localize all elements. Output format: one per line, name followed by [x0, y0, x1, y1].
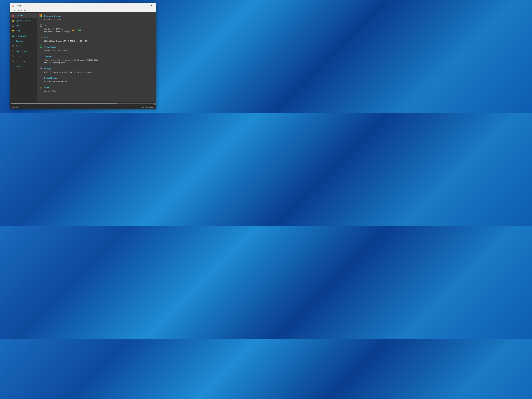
section-mb-content: LENOVO 20RD0016PG (U3E1): [39, 49, 153, 52]
sidebar-label-cpu: CPU: [16, 25, 19, 27]
svg-rect-12: [13, 19, 14, 21]
svg-rect-67: [40, 25, 42, 26]
peripherals-icon: [12, 60, 15, 63]
section-ram-title: RAM: [44, 36, 48, 38]
cpu-text-block: Intel Core i7 @ 1.80GHz Kaby Lake-U/Y 14…: [44, 28, 70, 33]
app-logo: [12, 4, 14, 7]
main-content: Summary Operating System CPU RAM: [10, 12, 156, 102]
section-gfx-content: Wide viewing angle & High density FlexVi…: [39, 59, 153, 64]
svg-rect-39: [12, 36, 14, 36]
summary-icon: [12, 14, 15, 17]
svg-rect-63: [41, 14, 42, 16]
sidebar-item-summary[interactable]: Summary: [10, 13, 37, 18]
svg-rect-84: [42, 37, 42, 38]
close-button[interactable]: ✕: [148, 3, 155, 8]
section-storage-header: Storage: [39, 67, 153, 70]
section-os-header: Operating System: [39, 14, 153, 17]
sidebar-item-peripherals[interactable]: Peripherals: [10, 59, 37, 64]
svg-point-105: [41, 87, 41, 87]
scrollbar-thumb[interactable]: [11, 103, 117, 104]
svg-rect-89: [41, 46, 42, 47]
minimize-button[interactable]: —: [136, 3, 142, 8]
os-icon: [12, 19, 15, 22]
sidebar-item-os[interactable]: Operating System: [10, 18, 37, 23]
svg-rect-36: [12, 35, 13, 36]
svg-rect-44: [14, 41, 14, 41]
sidebar-label-motherboard: Motherboard: [16, 35, 26, 37]
section-audio-title: Audio: [44, 86, 50, 89]
svg-rect-33: [13, 31, 14, 31]
svg-point-51: [13, 51, 13, 51]
check-updates-link[interactable]: Check for updates...: [142, 106, 155, 108]
svg-rect-59: [12, 65, 14, 66]
svg-rect-32: [13, 31, 13, 31]
sidebar-item-graphics[interactable]: Graphics: [10, 38, 37, 44]
sidebar-label-audio: Audio: [16, 55, 20, 57]
section-storage-title: Storage: [44, 67, 51, 70]
svg-rect-83: [41, 37, 41, 38]
sidebar-item-audio[interactable]: Audio: [10, 54, 37, 59]
sidebar-item-network[interactable]: Network: [10, 64, 37, 69]
scrollbar-right-button[interactable]: [153, 102, 156, 105]
sidebar-item-ram[interactable]: RAM: [10, 28, 37, 33]
mb-value: LENOVO 20RD0016PG (U3E1): [44, 50, 68, 51]
svg-rect-64: [39, 16, 41, 17]
cpu-detail-icon: [39, 24, 43, 27]
svg-rect-34: [14, 31, 14, 31]
svg-rect-37: [13, 35, 14, 35]
section-ram: RAM 16.0GB Single-Channel DDR4 @ 665MHz …: [39, 36, 153, 43]
svg-rect-2: [13, 5, 13, 6]
svg-rect-93: [40, 56, 42, 57]
gfx-line1: Wide viewing angle & High density FlexVi…: [44, 59, 153, 61]
scrollbar-track[interactable]: [11, 103, 153, 104]
cpu-status-indicator: [78, 30, 81, 32]
section-gfx-title: Graphics: [44, 55, 52, 57]
menu-view[interactable]: View: [17, 9, 23, 12]
sidebar-item-optical[interactable]: Optical Drives: [10, 49, 37, 54]
optical-value: No optical disk drives detected: [44, 81, 67, 82]
sidebar-item-cpu[interactable]: CPU: [10, 23, 37, 28]
main-window: Speccy — □ ✕ File View Help Summary: [10, 3, 156, 109]
section-cpu-content: Intel Core i7 @ 1.80GHz Kaby Lake-U/Y 14…: [39, 28, 153, 33]
svg-rect-99: [40, 69, 41, 69]
svg-rect-42: [12, 40, 13, 42]
section-cpu-header: CPU: [39, 24, 153, 27]
section-optical-header: Optical Drives: [39, 76, 153, 79]
sidebar-item-storage[interactable]: Storage: [10, 44, 37, 49]
svg-point-46: [13, 46, 14, 46]
sidebar-label-storage: Storage: [16, 45, 22, 47]
mb-detail-icon: [39, 45, 43, 48]
menu-help[interactable]: Help: [23, 9, 29, 12]
version-label: v1.32.803: [12, 106, 18, 108]
svg-point-57: [13, 61, 13, 61]
window-title: Speccy: [15, 5, 136, 6]
svg-rect-31: [13, 31, 13, 31]
menu-bar: File View Help: [10, 8, 156, 12]
svg-rect-13: [12, 21, 13, 22]
sidebar-label-graphics: Graphics: [16, 40, 23, 42]
section-storage: Storage 476GB SAMSUNG MZALQ512HALU-000L1…: [39, 67, 153, 74]
svg-rect-9: [12, 16, 14, 16]
sidebar: Summary Operating System CPU RAM: [10, 12, 37, 102]
sidebar-label-network: Network: [16, 65, 22, 67]
sidebar-label-ram: RAM: [16, 30, 20, 32]
storage-detail-icon: [39, 67, 43, 70]
sidebar-item-motherboard[interactable]: Motherboard: [10, 33, 37, 38]
svg-rect-11: [12, 19, 13, 21]
svg-rect-38: [13, 36, 14, 36]
svg-rect-90: [40, 47, 42, 47]
svg-rect-47: [12, 46, 13, 46]
svg-rect-48: [12, 46, 13, 46]
section-motherboard: Motherboard LENOVO 20RD0016PG (U3E1): [39, 45, 153, 52]
section-optical: Optical Drives No optical disk drives de…: [39, 76, 153, 83]
svg-rect-62: [39, 14, 41, 16]
optical-detail-icon: [39, 76, 43, 79]
sidebar-label-optical: Optical Drives: [16, 50, 27, 52]
maximize-button[interactable]: □: [142, 3, 148, 8]
menu-file[interactable]: File: [11, 9, 17, 12]
svg-rect-16: [13, 25, 14, 26]
svg-point-54: [13, 56, 13, 56]
audio-value: Synaptics Audio: [44, 90, 56, 92]
section-operating-system: Operating System Windows 11 Pro 64-bit: [39, 14, 153, 21]
horizontal-scrollbar[interactable]: [10, 102, 156, 105]
